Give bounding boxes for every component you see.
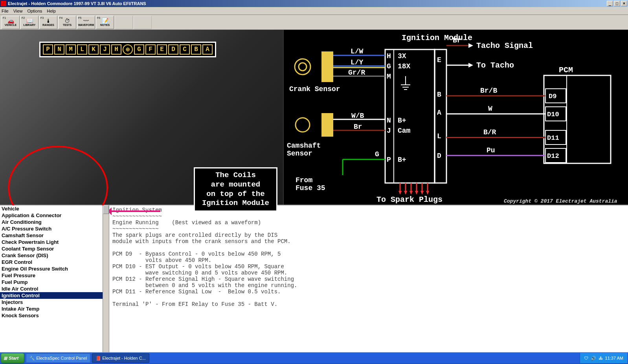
svg-text:From: From — [296, 176, 312, 184]
connector-pin: G — [134, 44, 144, 55]
svg-text:W: W — [488, 105, 492, 113]
connector-pin: L — [77, 44, 87, 55]
svg-text:B+: B+ — [398, 156, 406, 164]
tray-icon[interactable]: 🛡 — [584, 356, 588, 360]
connector-pin: K — [88, 44, 99, 55]
svg-text:W/B: W/B — [351, 112, 364, 120]
svg-text:To Tacho: To Tacho — [476, 61, 514, 70]
menu-options[interactable]: Options — [27, 9, 42, 13]
connector-pin: C — [180, 44, 190, 55]
scrollbar-thumb[interactable] — [103, 205, 109, 214]
svg-marker-84 — [421, 191, 424, 195]
taskbar-item[interactable]: 🔧 ElectraSpec Control Panel — [26, 353, 90, 363]
svg-marker-85 — [426, 191, 429, 195]
toolbar: F1🚗VEHICLE F2📖LIBRARY F3🌡RANGES F4⏱TESTS… — [0, 15, 628, 30]
list-item[interactable]: Knock Sensors — [0, 312, 109, 319]
connector-pin: M — [66, 44, 76, 55]
notes-icon: 📝 — [102, 18, 108, 24]
svg-text:Copyright ©  2017 Electrajet A: Copyright © 2017 Electrajet Australia — [504, 198, 617, 204]
svg-text:Br/B: Br/B — [480, 87, 497, 95]
svg-point-35 — [296, 118, 310, 132]
tray-icon[interactable]: 🖧 — [599, 356, 603, 360]
svg-text:B/R: B/R — [483, 128, 496, 136]
svg-text:Gr/R: Gr/R — [348, 69, 365, 77]
tool-vehicle[interactable]: F1🚗VEHICLE — [2, 16, 20, 29]
svg-text:D11: D11 — [547, 134, 559, 142]
taskbar-item-active[interactable]: 📕 Electrajet - Holden C... — [92, 353, 149, 363]
svg-text:D12: D12 — [547, 152, 559, 160]
svg-text:A: A — [437, 109, 441, 117]
svg-text:D10: D10 — [547, 111, 559, 118]
tray-icon[interactable]: 🔊 — [591, 356, 596, 361]
svg-marker-52 — [468, 63, 473, 68]
svg-text:D9: D9 — [549, 93, 556, 100]
list-item[interactable]: Application & Connector — [0, 212, 109, 219]
connector-pin: B — [191, 44, 201, 55]
menu-help[interactable]: Help — [47, 9, 56, 13]
meter-icon: ⏱ — [64, 18, 70, 24]
svg-point-25 — [299, 63, 307, 71]
close-button[interactable]: × — [621, 1, 627, 6]
tool-tests[interactable]: F4⏱TESTS — [58, 16, 76, 29]
window-title: Electrajet - Holden Commodore 1997-99 VT… — [8, 1, 146, 6]
svg-marker-81 — [404, 191, 407, 195]
svg-text:Br: Br — [354, 123, 362, 131]
list-item[interactable]: A/C Pressure Switch — [0, 225, 109, 232]
connector-pin: H — [111, 44, 121, 55]
system-tray[interactable]: 🛡 🔊 🖧 11:37 AM — [580, 353, 627, 363]
svg-text:L/W: L/W — [351, 48, 364, 55]
svg-text:D: D — [437, 152, 441, 160]
svg-marker-83 — [415, 191, 418, 195]
svg-text:Camshaft: Camshaft — [287, 142, 321, 150]
list-item[interactable]: Vehicle — [0, 205, 109, 212]
list-item[interactable]: Fuel Pressure — [0, 272, 109, 279]
tool-disabled-1 — [115, 16, 133, 29]
svg-text:Crank Sensor: Crank Sensor — [289, 85, 340, 93]
app-icon: 🔧 — [29, 356, 35, 361]
connector-pin: D — [168, 44, 178, 55]
maximize-button[interactable]: □ — [614, 1, 620, 6]
svg-text:18X: 18X — [398, 62, 411, 70]
svg-text:3X: 3X — [398, 52, 406, 60]
connector-pin: J — [100, 44, 110, 55]
connector-pin: P — [43, 44, 53, 55]
gauge-icon: 🌡 — [46, 18, 51, 24]
list-item[interactable]: Intake Air Temp — [0, 305, 109, 312]
tool-notes[interactable]: F6📝NOTES — [96, 16, 114, 29]
svg-text:Br: Br — [453, 37, 461, 44]
list-item[interactable]: Idle Air Control — [0, 285, 109, 292]
svg-text:G: G — [375, 150, 379, 158]
svg-text:P: P — [387, 156, 391, 164]
menu-view[interactable]: View — [13, 9, 23, 13]
list-item[interactable]: Coolant Temp Sensor — [0, 245, 109, 252]
svg-text:B: B — [437, 91, 441, 99]
connector-pin-key: ⊕ — [123, 44, 133, 55]
minimize-button[interactable]: _ — [607, 1, 613, 6]
svg-text:Fuse 35: Fuse 35 — [296, 184, 325, 192]
list-item[interactable]: EGR Control — [0, 259, 109, 265]
list-item[interactable]: Ignition Control — [0, 292, 109, 299]
list-item[interactable]: Air Conditioning — [0, 219, 109, 225]
tool-ranges[interactable]: F3🌡RANGES — [39, 16, 57, 29]
tool-waveform[interactable]: F5〰WAVEFORM — [77, 16, 95, 29]
start-button[interactable]: ⊞ Start — [1, 353, 24, 363]
connector-pin: E — [157, 44, 167, 55]
list-item[interactable]: Injectors — [0, 299, 109, 305]
svg-text:Sensor: Sensor — [287, 150, 312, 157]
tool-disabled-2 — [134, 16, 152, 29]
menu-file[interactable]: File — [2, 9, 9, 13]
list-item[interactable]: Crank Sensor (DIS) — [0, 252, 109, 259]
svg-text:M: M — [387, 73, 391, 80]
list-item[interactable]: Check Powertrain Light — [0, 239, 109, 245]
list-item[interactable]: Engine Oil Pressure Switch — [0, 265, 109, 272]
book-icon: 📖 — [26, 18, 33, 24]
tool-library[interactable]: F2📖LIBRARY — [20, 16, 39, 29]
taskbar: ⊞ Start 🔧 ElectraSpec Control Panel 📕 El… — [0, 352, 628, 364]
list-item[interactable]: Fuel Pump — [0, 279, 109, 285]
component-list[interactable]: VehicleApplication & ConnectorAir Condit… — [0, 205, 109, 352]
wave-icon: 〰 — [83, 18, 89, 24]
list-item[interactable]: Camshaft Sensor — [0, 232, 109, 239]
schematic-title: Ignition Module — [402, 33, 472, 42]
svg-text:Tacho Signal: Tacho Signal — [476, 41, 533, 50]
list-scrollbar[interactable] — [103, 205, 109, 352]
